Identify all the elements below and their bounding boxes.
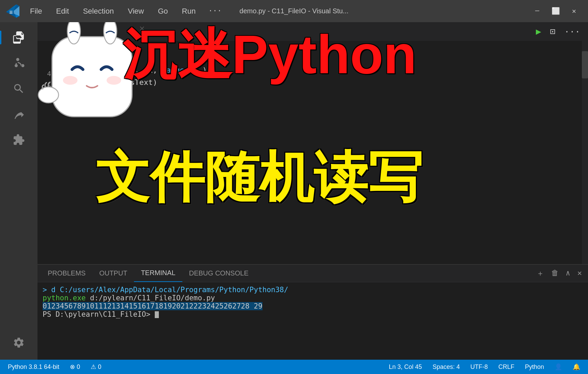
- terminal-path-text: > d C:/users/Alex/AppData/Local/Programs…: [43, 286, 288, 294]
- terminal-python-exe: python.exe: [43, 294, 86, 302]
- minimize-button[interactable]: ─: [528, 3, 546, 19]
- status-spaces[interactable]: Spaces: 4: [430, 363, 463, 371]
- run-button[interactable]: ▶: [533, 25, 544, 39]
- menu-edit[interactable]: Edit: [50, 5, 75, 18]
- title-bar: ≡ File Edit Selection View Go Run ··· de…: [0, 0, 588, 22]
- editor-scrollbar[interactable]: [582, 41, 588, 264]
- terminal-ps-text: PS D:\pylearn\C11_FileIO>: [43, 310, 150, 318]
- svg-rect-1: [52, 37, 132, 117]
- close-button[interactable]: ✕: [565, 3, 583, 19]
- svg-point-3: [104, 22, 117, 44]
- menu-selection[interactable]: Selection: [77, 5, 120, 18]
- menu-file[interactable]: File: [24, 5, 48, 18]
- terminal-maximize-button[interactable]: ∧: [563, 267, 573, 279]
- terminal-add-button[interactable]: ＋: [534, 267, 547, 280]
- terminal-panel: PROBLEMS OUTPUT TERMINAL DEBUG CONSOLE ＋…: [37, 264, 588, 360]
- mascot-area: ×: [37, 22, 147, 131]
- more-actions-button[interactable]: ···: [561, 25, 583, 38]
- menu-run[interactable]: Run: [176, 5, 202, 18]
- status-line-ending[interactable]: CRLF: [496, 363, 517, 371]
- svg-point-2: [67, 22, 80, 44]
- scrollbar-thumb: [582, 51, 588, 78]
- status-ln-col[interactable]: Ln 3, Col 45: [386, 363, 425, 371]
- activity-explorer[interactable]: [7, 26, 31, 49]
- status-bell-icon[interactable]: 🔔: [570, 362, 583, 371]
- tab-debug-console[interactable]: DEBUG CONSOLE: [182, 265, 255, 282]
- svg-point-4: [63, 76, 78, 85]
- svg-point-5: [107, 76, 121, 85]
- activity-settings[interactable]: [7, 331, 31, 355]
- menu-more[interactable]: ···: [203, 5, 227, 17]
- activity-source-control[interactable]: [7, 51, 31, 75]
- activity-run[interactable]: [7, 102, 31, 126]
- status-encoding[interactable]: UTF-8: [468, 363, 491, 371]
- terminal-cmd-line: python.exe d:/pylearn/C11_FileIO/demo.py: [43, 294, 583, 302]
- maximize-button[interactable]: ⬜: [547, 3, 564, 19]
- terminal-output-numbers: 0123456789101112131415161718192021222324…: [43, 302, 262, 310]
- terminal-content[interactable]: > d C:/users/Alex/AppData/Local/Programs…: [37, 282, 588, 360]
- menu-view[interactable]: View: [122, 5, 150, 18]
- status-warnings[interactable]: ⚠ 0: [88, 362, 104, 371]
- terminal-close-button[interactable]: ✕: [575, 267, 585, 279]
- terminal-controls: ＋ 🗑 ∧ ✕: [534, 267, 585, 280]
- terminal-cursor: [155, 311, 159, 318]
- tab-problems[interactable]: PROBLEMS: [41, 265, 92, 282]
- activity-extensions[interactable]: [7, 128, 31, 152]
- mascot-image: [37, 22, 147, 131]
- tab-terminal[interactable]: TERMINAL: [134, 265, 182, 282]
- menu-go[interactable]: Go: [152, 5, 174, 18]
- window-title: demo.py - C11_FileIO - Visual Stu...: [240, 7, 349, 15]
- terminal-path-line: > d C:/users/Alex/AppData/Local/Programs…: [43, 286, 583, 294]
- status-user-icon[interactable]: 👤: [552, 362, 565, 371]
- terminal-ps-line: PS D:\pylearn\C11_FileIO>: [43, 310, 583, 318]
- split-editor-button[interactable]: ⊡: [547, 25, 558, 39]
- activity-search[interactable]: [7, 77, 31, 101]
- terminal-cmd-path: d:/pylearn/C11_FileIO/demo.py: [90, 294, 215, 302]
- vscode-icon: ≡: [5, 3, 20, 19]
- window-controls: ─ ⬜ ✕: [528, 3, 583, 19]
- status-bar: Python 3.8.1 64-bit ⊗ 0 ⚠ 0 Ln 3, Col 45…: [0, 360, 588, 374]
- terminal-delete-button[interactable]: 🗑: [548, 267, 561, 279]
- terminal-output-line: 0123456789101112131415161718192021222324…: [43, 302, 583, 310]
- svg-text:≡: ≡: [9, 9, 13, 16]
- status-errors[interactable]: ⊗ 0: [67, 362, 83, 371]
- mascot-close-button[interactable]: ×: [139, 24, 145, 34]
- status-language[interactable]: Python: [522, 363, 547, 371]
- status-python-version[interactable]: Python 3.8.1 64-bit: [5, 363, 62, 371]
- tab-output[interactable]: OUTPUT: [92, 265, 134, 282]
- svg-point-6: [38, 87, 59, 103]
- activity-bar: [0, 22, 37, 360]
- terminal-tabs: PROBLEMS OUTPUT TERMINAL DEBUG CONSOLE ＋…: [37, 265, 588, 282]
